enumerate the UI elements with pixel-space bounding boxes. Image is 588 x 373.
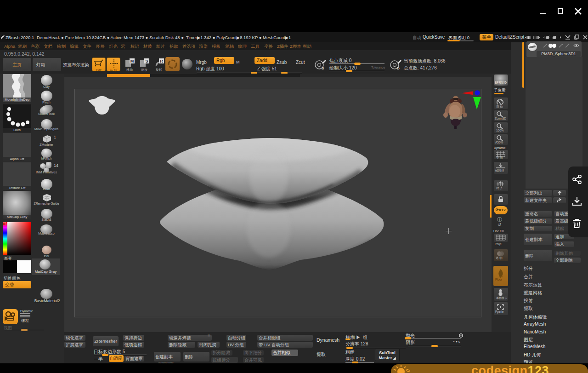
- svg-text:D: D: [397, 66, 400, 70]
- svg-text:M: M: [130, 59, 134, 63]
- svg-text:S: S: [145, 59, 148, 63]
- svg-text:R: R: [160, 59, 163, 63]
- svg-text:S: S: [322, 66, 324, 70]
